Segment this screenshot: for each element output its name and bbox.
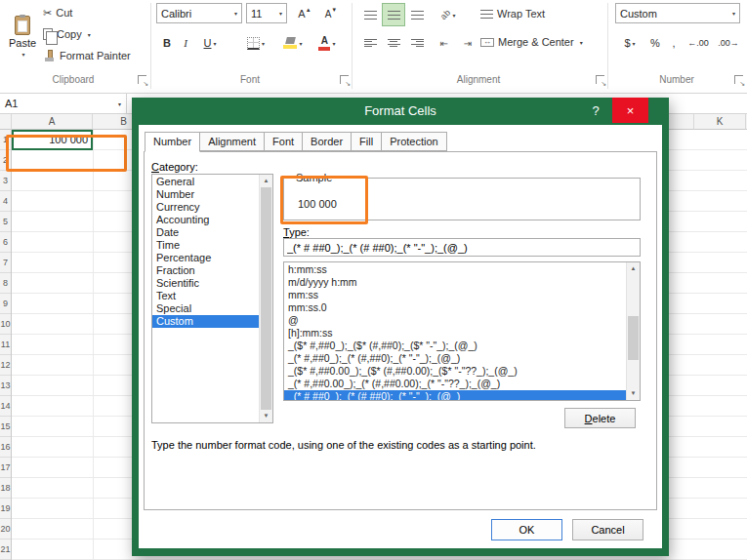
format-code-item[interactable]: @ xyxy=(284,314,626,327)
merge-center-button[interactable]: Merge & Center ▾ xyxy=(480,32,583,52)
row-header[interactable]: 17 xyxy=(0,458,11,478)
help-button[interactable]: ? xyxy=(585,98,606,125)
name-box[interactable]: A1 ▾ xyxy=(0,94,127,113)
bottom-align-button[interactable] xyxy=(406,4,428,25)
copy-button[interactable]: Copy ▾ xyxy=(43,24,91,44)
number-dialog-launcher[interactable] xyxy=(734,75,743,84)
tab-font[interactable]: Font xyxy=(264,132,303,151)
center-button[interactable] xyxy=(383,32,404,54)
category-item[interactable]: Date xyxy=(152,226,259,239)
format-code-item[interactable]: [h]:mm:ss xyxy=(284,327,626,340)
fill-color-button[interactable]: ▾ xyxy=(277,32,309,54)
row-header[interactable]: 20 xyxy=(0,519,11,540)
row-header[interactable]: 10 xyxy=(0,314,11,335)
top-align-button[interactable] xyxy=(359,4,381,25)
tab-fill[interactable]: Fill xyxy=(351,132,382,151)
format-code-item[interactable]: _($* #,##0.00_);_($* (#,##0.00);_($* "-"… xyxy=(284,365,626,378)
alignment-dialog-launcher[interactable] xyxy=(596,75,604,84)
cut-button[interactable]: ✂ Cut xyxy=(43,3,72,22)
category-scrollbar[interactable]: ▲ ▼ xyxy=(259,175,272,422)
increase-font-size-button[interactable]: A▲ xyxy=(293,3,316,24)
row-header[interactable]: 14 xyxy=(0,396,11,417)
row-header[interactable]: 3 xyxy=(0,171,11,191)
format-code-item[interactable]: h:mm:ss xyxy=(284,263,626,276)
clipboard-dialog-launcher[interactable] xyxy=(138,75,146,84)
row-header[interactable]: 8 xyxy=(0,273,11,294)
category-item[interactable]: Special xyxy=(152,302,259,315)
delete-button[interactable]: Delete xyxy=(564,408,636,428)
decrease-font-size-button[interactable]: A▼ xyxy=(319,3,343,24)
tab-number[interactable]: Number xyxy=(145,132,200,152)
row-header[interactable]: 11 xyxy=(0,335,11,355)
category-item[interactable]: Currency xyxy=(152,201,259,214)
column-header-k[interactable]: K xyxy=(693,114,746,130)
ok-button[interactable]: OK xyxy=(491,519,562,540)
percent-style-button[interactable]: % xyxy=(646,32,664,54)
row-header[interactable]: 16 xyxy=(0,437,11,458)
type-input[interactable] xyxy=(283,238,641,257)
font-name-select[interactable]: Calibri ▾ xyxy=(156,3,242,23)
cancel-button[interactable]: Cancel xyxy=(572,519,643,540)
number-format-select[interactable]: Custom ▾ xyxy=(615,3,740,23)
row-header[interactable]: 7 xyxy=(0,253,11,273)
category-list[interactable]: GeneralNumberCurrencyAccountingDateTimeP… xyxy=(151,174,273,423)
comma-style-button[interactable]: , xyxy=(666,32,682,54)
scrollbar-thumb[interactable] xyxy=(628,316,639,360)
format-code-item[interactable]: mm:ss.0 xyxy=(284,301,626,314)
row-header[interactable]: 4 xyxy=(0,191,11,212)
format-code-item[interactable]: mm:ss xyxy=(284,289,626,301)
borders-button[interactable]: ▾ xyxy=(240,32,271,54)
scroll-up-icon[interactable]: ▲ xyxy=(627,262,640,275)
row-header[interactable]: 6 xyxy=(0,232,11,253)
format-code-item[interactable]: _(* #,##0.00_);_(* (#,##0.00);_(* "-"??_… xyxy=(284,378,626,390)
category-item[interactable]: Percentage xyxy=(152,252,259,264)
scroll-down-icon[interactable]: ▼ xyxy=(260,410,272,422)
format-code-item[interactable]: _(* # ##0_);_(* (# ##0);_(* "-"_);_(@_) xyxy=(284,390,626,401)
row-header[interactable]: 15 xyxy=(0,417,11,437)
decrease-indent-button[interactable]: ⇤ xyxy=(434,32,455,54)
format-code-list[interactable]: h:mm:ssm/d/yyyy h:mmmm:ssmm:ss.0@[h]:mm:… xyxy=(283,261,641,401)
row-header[interactable]: 9 xyxy=(0,294,11,314)
category-item[interactable]: General xyxy=(152,176,259,188)
column-header-a[interactable]: A xyxy=(12,114,93,130)
category-item[interactable]: Scientific xyxy=(152,277,259,290)
scroll-down-icon[interactable]: ▼ xyxy=(627,387,640,400)
format-painter-button[interactable]: Format Painter xyxy=(43,46,131,65)
decrease-decimal-button[interactable]: .00→ xyxy=(714,32,743,54)
scroll-up-icon[interactable]: ▲ xyxy=(260,175,272,187)
orientation-button[interactable]: ab ▾ xyxy=(434,4,463,25)
italic-button[interactable]: I xyxy=(178,32,193,54)
tab-alignment[interactable]: Alignment xyxy=(199,132,265,151)
row-header[interactable]: 5 xyxy=(0,212,11,232)
category-item[interactable]: Time xyxy=(152,239,259,252)
row-header[interactable]: 19 xyxy=(0,499,11,519)
category-item[interactable]: Accounting xyxy=(152,214,259,226)
middle-align-button[interactable] xyxy=(383,4,404,25)
category-item[interactable]: Fraction xyxy=(152,264,259,277)
format-code-item[interactable]: m/d/yyyy h:mm xyxy=(284,276,626,289)
bold-button[interactable]: B xyxy=(158,32,176,54)
row-header[interactable]: 18 xyxy=(0,478,11,499)
underline-button[interactable]: U ▾ xyxy=(195,32,225,54)
select-all-corner[interactable] xyxy=(0,114,12,130)
format-code-item[interactable]: _(* #,##0_);_(* (#,##0);_(* "-"_);_(@_) xyxy=(284,352,626,365)
increase-decimal-button[interactable]: ←.00 xyxy=(684,32,713,54)
tab-protection[interactable]: Protection xyxy=(381,132,447,151)
close-button[interactable]: × xyxy=(612,98,648,123)
increase-indent-button[interactable]: ⇥ xyxy=(457,32,478,54)
font-size-select[interactable]: 11 ▾ xyxy=(246,3,287,23)
wrap-text-button[interactable]: Wrap Text xyxy=(480,4,545,23)
align-left-button[interactable] xyxy=(359,32,381,54)
paste-button[interactable]: Paste ▾ xyxy=(4,2,41,70)
font-dialog-launcher[interactable] xyxy=(340,75,349,84)
align-right-button[interactable] xyxy=(406,32,428,54)
tab-border[interactable]: Border xyxy=(302,132,352,151)
accounting-format-button[interactable]: $ ▾ xyxy=(617,32,643,54)
row-header[interactable]: 13 xyxy=(0,376,11,396)
format-code-scrollbar[interactable]: ▲ ▼ xyxy=(626,262,640,400)
row-header[interactable]: 12 xyxy=(0,355,11,376)
row-header[interactable]: 21 xyxy=(0,540,11,560)
format-code-item[interactable]: _($* #,##0_);_($* (#,##0);_($* "-"_);_(@… xyxy=(284,340,626,352)
scrollbar-thumb[interactable] xyxy=(261,187,271,410)
font-color-button[interactable]: ▾ xyxy=(312,32,342,54)
